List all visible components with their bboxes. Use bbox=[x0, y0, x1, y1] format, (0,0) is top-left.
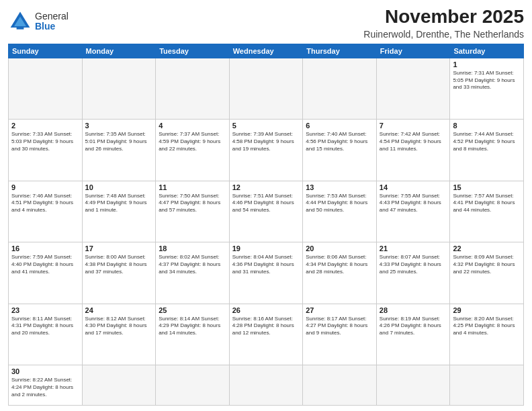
day-info: Sunrise: 7:33 AM Sunset: 5:03 PM Dayligh… bbox=[11, 131, 79, 152]
calendar-cell-1-3: 5Sunrise: 7:39 AM Sunset: 4:58 PM Daylig… bbox=[229, 120, 303, 181]
calendar-cell-5-3 bbox=[229, 365, 303, 406]
logo-blue-text: Blue bbox=[35, 21, 55, 32]
day-number: 3 bbox=[85, 122, 153, 130]
calendar-cell-4-4: 27Sunrise: 8:17 AM Sunset: 4:27 PM Dayli… bbox=[303, 304, 377, 365]
calendar-cell-1-1: 3Sunrise: 7:35 AM Sunset: 5:01 PM Daylig… bbox=[82, 120, 156, 181]
calendar-cell-0-5 bbox=[376, 58, 450, 119]
logo-icon bbox=[8, 9, 32, 34]
col-monday: Monday bbox=[82, 44, 156, 58]
day-number: 26 bbox=[232, 306, 300, 314]
calendar-week-2: 9Sunrise: 7:46 AM Sunset: 4:51 PM Daylig… bbox=[9, 181, 524, 242]
day-info: Sunrise: 8:22 AM Sunset: 4:24 PM Dayligh… bbox=[11, 377, 79, 398]
calendar-table: Sunday Monday Tuesday Wednesday Thursday… bbox=[8, 44, 524, 406]
day-number: 16 bbox=[11, 244, 79, 253]
calendar-cell-2-2: 11Sunrise: 7:50 AM Sunset: 4:47 PM Dayli… bbox=[156, 181, 230, 242]
calendar-cell-0-4 bbox=[303, 58, 377, 119]
day-info: Sunrise: 7:46 AM Sunset: 4:51 PM Dayligh… bbox=[11, 193, 79, 214]
calendar-cell-5-6 bbox=[450, 365, 524, 406]
day-info: Sunrise: 8:00 AM Sunset: 4:38 PM Dayligh… bbox=[85, 254, 153, 275]
header-row: Sunday Monday Tuesday Wednesday Thursday… bbox=[9, 44, 524, 58]
calendar-cell-4-5: 28Sunrise: 8:19 AM Sunset: 4:26 PM Dayli… bbox=[376, 304, 450, 365]
header: General Blue November 2025 Ruinerwold, D… bbox=[8, 7, 524, 40]
day-number: 6 bbox=[306, 122, 373, 130]
title-section: November 2025 Ruinerwold, Drenthe, The N… bbox=[363, 7, 524, 40]
day-number: 20 bbox=[306, 244, 373, 253]
day-number: 8 bbox=[453, 122, 521, 130]
day-number: 15 bbox=[453, 183, 521, 191]
day-number: 13 bbox=[306, 183, 373, 191]
calendar-cell-4-1: 24Sunrise: 8:12 AM Sunset: 4:30 PM Dayli… bbox=[82, 304, 156, 365]
logo: General Blue bbox=[8, 9, 69, 34]
calendar-body: 1Sunrise: 7:31 AM Sunset: 5:05 PM Daylig… bbox=[9, 58, 524, 405]
calendar-cell-4-3: 26Sunrise: 8:16 AM Sunset: 4:28 PM Dayli… bbox=[229, 304, 303, 365]
day-number: 27 bbox=[306, 306, 373, 314]
day-info: Sunrise: 8:12 AM Sunset: 4:30 PM Dayligh… bbox=[85, 316, 153, 337]
day-info: Sunrise: 7:39 AM Sunset: 4:58 PM Dayligh… bbox=[232, 131, 300, 152]
calendar-cell-3-4: 20Sunrise: 8:06 AM Sunset: 4:34 PM Dayli… bbox=[303, 242, 377, 304]
calendar-week-4: 23Sunrise: 8:11 AM Sunset: 4:31 PM Dayli… bbox=[9, 304, 524, 365]
svg-rect-2 bbox=[17, 26, 24, 30]
day-info: Sunrise: 7:44 AM Sunset: 4:52 PM Dayligh… bbox=[453, 131, 521, 152]
day-info: Sunrise: 8:14 AM Sunset: 4:29 PM Dayligh… bbox=[159, 316, 226, 337]
day-number: 17 bbox=[85, 244, 153, 253]
day-info: Sunrise: 8:04 AM Sunset: 4:36 PM Dayligh… bbox=[232, 254, 300, 275]
day-info: Sunrise: 7:53 AM Sunset: 4:44 PM Dayligh… bbox=[306, 193, 373, 214]
calendar-cell-1-5: 7Sunrise: 7:42 AM Sunset: 4:54 PM Daylig… bbox=[376, 120, 450, 181]
logo-general-text: General bbox=[35, 11, 69, 21]
calendar-cell-2-0: 9Sunrise: 7:46 AM Sunset: 4:51 PM Daylig… bbox=[9, 181, 83, 242]
calendar-cell-4-0: 23Sunrise: 8:11 AM Sunset: 4:31 PM Dayli… bbox=[9, 304, 83, 365]
calendar-cell-5-2 bbox=[156, 365, 230, 406]
calendar-week-5: 30Sunrise: 8:22 AM Sunset: 4:24 PM Dayli… bbox=[9, 365, 524, 406]
calendar-cell-1-2: 4Sunrise: 7:37 AM Sunset: 4:59 PM Daylig… bbox=[156, 120, 230, 181]
day-number: 28 bbox=[380, 306, 447, 314]
day-info: Sunrise: 7:51 AM Sunset: 4:46 PM Dayligh… bbox=[232, 193, 300, 214]
day-number: 10 bbox=[85, 183, 153, 191]
day-number: 24 bbox=[85, 306, 153, 314]
col-saturday: Saturday bbox=[450, 44, 524, 58]
calendar-cell-2-1: 10Sunrise: 7:48 AM Sunset: 4:49 PM Dayli… bbox=[82, 181, 156, 242]
day-number: 11 bbox=[159, 183, 226, 191]
calendar-cell-3-1: 17Sunrise: 8:00 AM Sunset: 4:38 PM Dayli… bbox=[82, 242, 156, 304]
location-title: Ruinerwold, Drenthe, The Netherlands bbox=[363, 29, 524, 40]
calendar-cell-0-2 bbox=[156, 58, 230, 119]
calendar-cell-0-6: 1Sunrise: 7:31 AM Sunset: 5:05 PM Daylig… bbox=[450, 58, 524, 119]
day-info: Sunrise: 8:19 AM Sunset: 4:26 PM Dayligh… bbox=[380, 316, 447, 337]
calendar-cell-1-6: 8Sunrise: 7:44 AM Sunset: 4:52 PM Daylig… bbox=[450, 120, 524, 181]
col-sunday: Sunday bbox=[9, 44, 83, 58]
day-number: 25 bbox=[159, 306, 226, 314]
day-number: 18 bbox=[159, 244, 226, 253]
col-wednesday: Wednesday bbox=[229, 44, 303, 58]
calendar-cell-3-0: 16Sunrise: 7:59 AM Sunset: 4:40 PM Dayli… bbox=[9, 242, 83, 304]
calendar-cell-5-4 bbox=[303, 365, 377, 406]
calendar-cell-3-3: 19Sunrise: 8:04 AM Sunset: 4:36 PM Dayli… bbox=[229, 242, 303, 304]
day-info: Sunrise: 7:40 AM Sunset: 4:56 PM Dayligh… bbox=[306, 131, 373, 152]
day-info: Sunrise: 7:42 AM Sunset: 4:54 PM Dayligh… bbox=[380, 131, 447, 152]
day-number: 29 bbox=[453, 306, 521, 314]
calendar-cell-2-5: 14Sunrise: 7:55 AM Sunset: 4:43 PM Dayli… bbox=[376, 181, 450, 242]
calendar-cell-2-4: 13Sunrise: 7:53 AM Sunset: 4:44 PM Dayli… bbox=[303, 181, 377, 242]
day-info: Sunrise: 7:37 AM Sunset: 4:59 PM Dayligh… bbox=[159, 131, 226, 152]
calendar-cell-3-6: 22Sunrise: 8:09 AM Sunset: 4:32 PM Dayli… bbox=[450, 242, 524, 304]
day-number: 4 bbox=[159, 122, 226, 130]
calendar-cell-5-1 bbox=[82, 365, 156, 406]
day-number: 19 bbox=[232, 244, 300, 253]
calendar-cell-3-2: 18Sunrise: 8:02 AM Sunset: 4:37 PM Dayli… bbox=[156, 242, 230, 304]
calendar-cell-2-3: 12Sunrise: 7:51 AM Sunset: 4:46 PM Dayli… bbox=[229, 181, 303, 242]
calendar-cell-4-6: 29Sunrise: 8:20 AM Sunset: 4:25 PM Dayli… bbox=[450, 304, 524, 365]
calendar-cell-3-5: 21Sunrise: 8:07 AM Sunset: 4:33 PM Dayli… bbox=[376, 242, 450, 304]
col-thursday: Thursday bbox=[303, 44, 377, 58]
day-info: Sunrise: 7:59 AM Sunset: 4:40 PM Dayligh… bbox=[11, 254, 79, 275]
day-number: 22 bbox=[453, 244, 521, 253]
day-number: 5 bbox=[232, 122, 300, 130]
day-info: Sunrise: 7:50 AM Sunset: 4:47 PM Dayligh… bbox=[159, 193, 226, 214]
day-info: Sunrise: 8:02 AM Sunset: 4:37 PM Dayligh… bbox=[159, 254, 226, 275]
day-info: Sunrise: 8:11 AM Sunset: 4:31 PM Dayligh… bbox=[11, 316, 79, 337]
day-info: Sunrise: 8:16 AM Sunset: 4:28 PM Dayligh… bbox=[232, 316, 300, 337]
day-number: 9 bbox=[11, 183, 79, 191]
col-tuesday: Tuesday bbox=[156, 44, 230, 58]
day-number: 23 bbox=[11, 306, 79, 314]
logo-text: General Blue bbox=[35, 11, 69, 32]
day-info: Sunrise: 7:35 AM Sunset: 5:01 PM Dayligh… bbox=[85, 131, 153, 152]
day-number: 1 bbox=[453, 60, 521, 68]
calendar-cell-0-0 bbox=[9, 58, 83, 119]
